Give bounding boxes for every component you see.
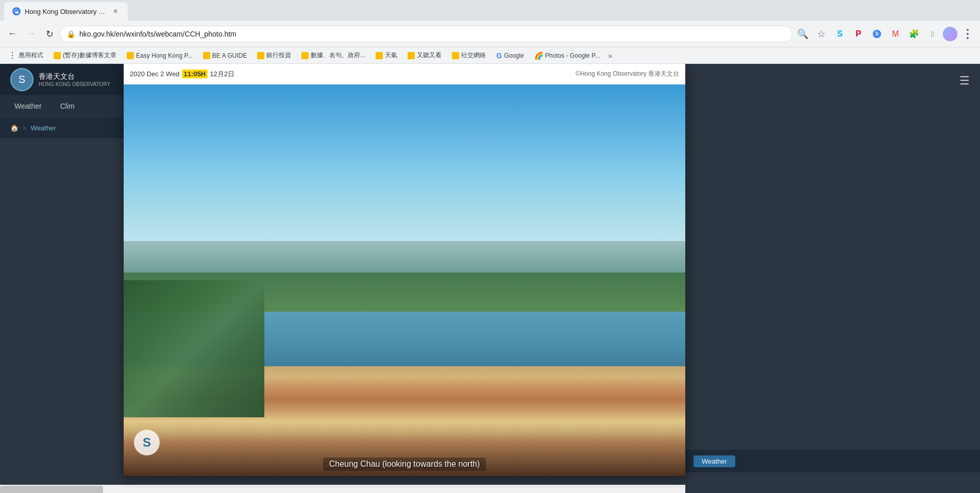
toolbar: ← → ↻ 🔒 hko.gov.hk/en/wxinfo/ts/webcam/C… <box>0 21 980 47</box>
bookmark-label: BE A GUIDE <box>212 52 247 59</box>
right-panel: ☰ Weather <box>685 64 980 493</box>
folder-icon <box>301 52 309 59</box>
bookmark-label: 銀行投資 <box>266 51 291 60</box>
bookmark-temp-blog[interactable]: (暫存)數據博客文章 <box>49 49 121 62</box>
hko-logo-circle: S <box>10 68 33 91</box>
bookmark-label: 天氣 <box>385 51 397 60</box>
bookmark-banking[interactable]: 銀行投資 <box>253 49 295 62</box>
folder-icon <box>376 52 383 59</box>
bookmark-data[interactable]: 數據、名句、政府... <box>297 49 369 62</box>
active-tab[interactable]: 🌤 Hong Kong Observatory Webcam ✕ <box>4 2 128 21</box>
trees-foreground <box>124 280 264 417</box>
star-button[interactable]: ☆ <box>813 26 830 42</box>
bookmark-social[interactable]: 社交網絡 <box>448 49 490 62</box>
refresh-button[interactable]: ↻ <box>41 26 58 42</box>
chrome-browser: 🌤 Hong Kong Observatory Webcam ✕ ← → ↻ 🔒… <box>0 0 980 493</box>
apps-label: 應用程式 <box>19 51 43 60</box>
bookmark-photos[interactable]: 🌈 Photos - Google P... <box>530 49 604 62</box>
caption-text: Cheung Chau (looking towards the north) <box>323 457 486 471</box>
bookmark-easy-hk[interactable]: Easy Hong Kong P... <box>123 49 197 62</box>
home-icon[interactable]: 🏠 <box>10 124 19 132</box>
tab-close-button[interactable]: ✕ <box>111 7 120 15</box>
pinterest-extension[interactable]: P <box>850 26 867 42</box>
apps-launcher[interactable]: ⋮ 應用程式 <box>4 49 47 62</box>
bookmark-label: Google <box>504 52 524 59</box>
webcam-copyright: ©Hong Kong Observatory 香港天文台 <box>576 70 679 78</box>
blue-dot-extension[interactable]: b <box>869 26 885 42</box>
folder-icon <box>54 52 61 59</box>
folder-icon <box>452 52 459 59</box>
webcam-timestamp: 2020 Dec 2 Wed 11:05H 12月2日 <box>130 70 234 79</box>
weather-bottom-bar: Weather <box>685 450 980 472</box>
scroll-thumb[interactable] <box>0 486 103 493</box>
chrome-menu-button[interactable] <box>959 26 976 42</box>
bookmarks-bar: ⋮ 應用程式 (暫存)數據博客文章 Easy Hong Kong P... BE… <box>0 47 980 64</box>
breadcrumb-separator: > <box>23 124 27 132</box>
three-dots-icon <box>967 29 969 39</box>
tab-favicon: 🌤 <box>12 7 21 15</box>
photos-icon: 🌈 <box>534 52 543 60</box>
bookmark-label: Easy Hong Kong P... <box>136 52 193 59</box>
toolbar-actions: 🔍 ☆ S P b M 🧩  <box>795 26 976 42</box>
hko-logo: S 香港天文台 HONG KONG OBSERVATORY <box>10 68 110 91</box>
bookmark-weather[interactable]: 天氣 <box>371 49 401 62</box>
profile-avatar <box>943 27 957 41</box>
bookmark-listen[interactable]: 又聽又看 <box>403 49 446 62</box>
webcam-image: S Cheung Chau (looking towards the north… <box>124 84 685 476</box>
skype-extension[interactable]: S <box>832 26 848 42</box>
url-text: hko.gov.hk/en/wxinfo/ts/webcam/CCH_photo… <box>79 30 786 38</box>
tab-bar: 🌤 Hong Kong Observatory Webcam ✕ <box>0 0 980 21</box>
bookmark-label: Photos - Google P... <box>545 52 600 59</box>
main-content: S 香港天文台 HONG KONG OBSERVATORY 2 Dec 2020… <box>0 64 980 493</box>
forward-button[interactable]: → <box>23 26 39 42</box>
folder-icon <box>203 52 210 59</box>
hamburger-right-icon[interactable]: ☰ <box>959 74 970 88</box>
timestamp-time: 11:05H <box>182 70 208 78</box>
hko-logo-text: 香港天文台 HONG KONG OBSERVATORY <box>39 72 110 87</box>
cn-extension[interactable]:  <box>924 26 941 42</box>
bookmark-google[interactable]: G Google <box>492 49 528 62</box>
apps-grid-icon: ⋮ <box>8 50 16 60</box>
tab-title: Hong Kong Observatory Webcam <box>25 8 107 15</box>
webcam-header: 2020 Dec 2 Wed 11:05H 12月2日 ©Hong Kong O… <box>124 64 685 84</box>
nav-climate[interactable]: Clim <box>56 100 79 112</box>
bookmark-label: 數據、名句、政府... <box>311 51 365 60</box>
hko-name-cn: 香港天文台 <box>39 72 110 81</box>
webcam-caption: Cheung Chau (looking towards the north) <box>124 452 685 476</box>
webcam-watermark: S <box>134 430 160 455</box>
timestamp-cn: 12月2日 <box>210 70 234 79</box>
folder-icon <box>257 52 264 59</box>
search-button[interactable]: 🔍 <box>795 26 811 42</box>
bookmark-label: (暫存)數據博客文章 <box>63 51 116 60</box>
webcam-overlay: 2020 Dec 2 Wed 11:05H 12月2日 ©Hong Kong O… <box>124 64 685 476</box>
gmail-extension[interactable]: M <box>887 26 904 42</box>
weather-button[interactable]: Weather <box>694 455 735 467</box>
hko-name-en: HONG KONG OBSERVATORY <box>39 81 110 87</box>
bookmark-label: 社交網絡 <box>461 51 486 60</box>
folder-icon <box>127 52 134 59</box>
back-button[interactable]: ← <box>4 26 21 42</box>
nav-weather[interactable]: Weather <box>10 100 46 112</box>
folder-icon <box>408 52 415 59</box>
extensions-button[interactable]: 🧩 <box>906 26 922 42</box>
profile-button[interactable] <box>943 27 957 41</box>
lock-icon: 🔒 <box>66 30 75 38</box>
google-icon: G <box>496 52 502 60</box>
address-bar[interactable]: 🔒 hko.gov.hk/en/wxinfo/ts/webcam/CCH_pho… <box>60 26 792 42</box>
hko-watermark-icon: S <box>143 435 151 450</box>
bookmark-label: 又聽又看 <box>417 51 442 60</box>
timestamp-date: 2020 Dec 2 Wed <box>130 70 180 78</box>
bookmark-guide[interactable]: BE A GUIDE <box>199 49 251 62</box>
breadcrumb-weather-link[interactable]: Weather <box>31 124 56 132</box>
more-bookmarks-button[interactable]: » <box>606 52 614 60</box>
